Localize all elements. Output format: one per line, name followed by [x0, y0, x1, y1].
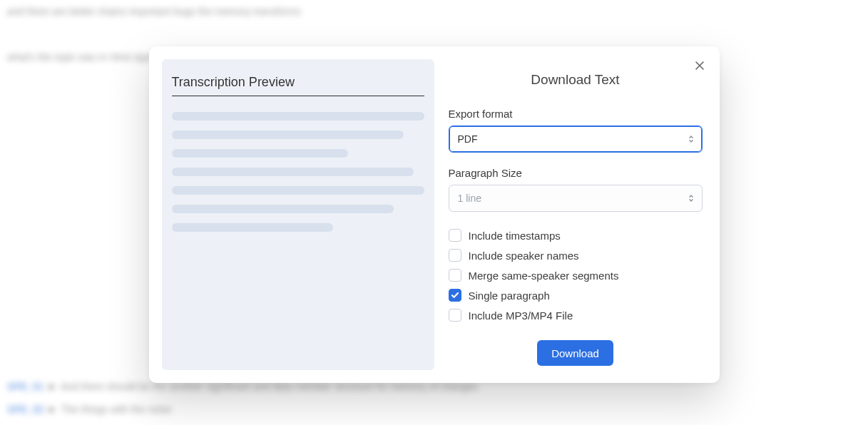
option-include-speakers[interactable]: Include speaker names	[449, 249, 703, 262]
skeleton-line	[172, 186, 424, 195]
skeleton-line	[172, 168, 414, 176]
paragraph-size-label: Paragraph Size	[449, 167, 703, 179]
skeleton-line	[172, 130, 404, 139]
close-button[interactable]	[690, 56, 710, 76]
paragraph-size-value: 1 line	[458, 193, 481, 204]
option-label: Single paragraph	[469, 290, 550, 302]
skeleton-line	[172, 205, 394, 213]
option-single-paragraph[interactable]: Single paragraph	[449, 289, 703, 302]
skeleton-line	[172, 149, 349, 158]
skeleton-line	[172, 112, 424, 121]
option-label: Include timestamps	[469, 230, 561, 242]
modal-overlay: Transcription Preview Download Text Expo…	[0, 0, 868, 425]
download-form: Download Text Export format PDF Paragrap…	[449, 59, 707, 370]
checkbox[interactable]	[449, 289, 461, 302]
paragraph-size-select[interactable]: 1 line	[449, 185, 703, 212]
option-label: Merge same-speaker segments	[469, 270, 619, 282]
checkbox[interactable]	[449, 309, 461, 322]
close-icon	[695, 61, 705, 73]
export-format-value: PDF	[458, 133, 478, 145]
option-merge-speaker[interactable]: Merge same-speaker segments	[449, 269, 703, 282]
option-label: Include speaker names	[469, 250, 579, 262]
preview-title: Transcription Preview	[172, 71, 424, 96]
checkbox[interactable]	[449, 229, 461, 242]
modal-title: Download Text	[449, 72, 703, 88]
option-include-timestamps[interactable]: Include timestamps	[449, 229, 703, 242]
checkbox[interactable]	[449, 269, 461, 282]
skeleton-line	[172, 223, 334, 232]
checkbox[interactable]	[449, 249, 461, 262]
transcription-preview-pane: Transcription Preview	[162, 59, 434, 370]
export-format-label: Export format	[449, 108, 703, 120]
export-format-select[interactable]: PDF	[449, 126, 703, 153]
options-group: Include timestamps Include speaker names…	[449, 229, 703, 322]
option-label: Include MP3/MP4 File	[469, 309, 573, 322]
download-text-modal: Transcription Preview Download Text Expo…	[149, 46, 720, 383]
download-button[interactable]: Download	[537, 340, 613, 366]
option-include-media[interactable]: Include MP3/MP4 File	[449, 309, 703, 322]
